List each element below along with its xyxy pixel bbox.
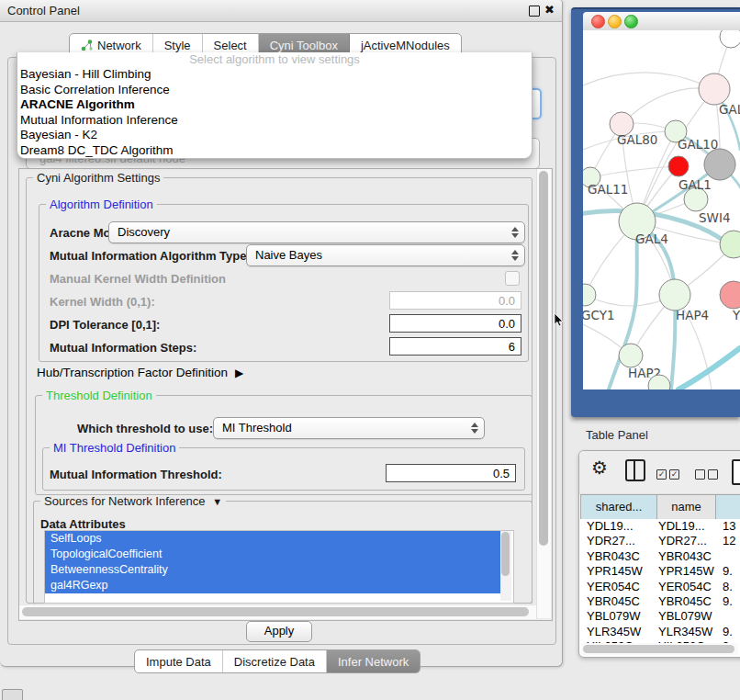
threshold-definition-title: Threshold Definition — [42, 390, 156, 401]
table-cell: YBL079W — [580, 609, 658, 624]
data-attributes-list[interactable]: SelfLoopsTopologicalCoefficientBetweenne… — [44, 530, 514, 604]
traffic-close-icon[interactable] — [591, 15, 605, 28]
vertical-scrollbar-thumb[interactable] — [539, 171, 548, 546]
aracne-mode-combo[interactable]: Discovery — [108, 221, 525, 243]
algorithm-list-item[interactable]: ARACNE Algorithm — [17, 97, 532, 113]
traffic-zoom-icon[interactable] — [624, 15, 638, 28]
network-node[interactable] — [704, 149, 735, 180]
algorithm-list-item[interactable]: Basic Correlation Inference — [17, 83, 532, 98]
horizontal-scrollbar-thumb[interactable] — [22, 607, 529, 616]
attributes-list-scrollbar[interactable] — [500, 531, 511, 601]
algorithm-list-item[interactable]: Bayesian - K2 — [17, 128, 532, 143]
tab-label: Cyni Toolbox — [270, 39, 338, 52]
mi-threshold-field[interactable] — [386, 464, 516, 482]
sources-group-title[interactable]: Sources for Network Inference ▼ — [40, 495, 226, 508]
mi-type-combo[interactable]: Naive Bayes — [246, 244, 525, 266]
table-row[interactable]: YBR045CYBR045C9. — [580, 594, 740, 609]
which-threshold-label: Which threshold to use: — [77, 422, 213, 435]
attributes-scrollbar-thumb[interactable] — [501, 532, 510, 576]
algorithm-list-item[interactable]: Bayesian - Hill Climbing — [17, 67, 532, 83]
table-body: YDL19...YDL19...13YDR27...YDR27...12YBR0… — [580, 519, 740, 645]
mouse-cursor — [554, 313, 565, 328]
network-node-swi4[interactable] — [720, 231, 740, 258]
app-root: Control Panel ✖ NetworkStyleSelectCyni T… — [0, 0, 740, 700]
network-canvas[interactable]: GALGAL80GAL10GAL11GAL1SWI4GAL4GCY1HAP4YH… — [583, 30, 740, 390]
settings-vertical-scrollbar[interactable] — [536, 169, 551, 618]
kernel-width-label: Kernel Width (0,1): — [50, 295, 155, 309]
network-icon — [81, 39, 94, 51]
cyni-algorithm-settings-title: Cyni Algorithm Settings — [33, 172, 163, 184]
manual-kernel-label: Manual Kernel Width Definition — [50, 272, 226, 286]
network-node-hap2[interactable] — [619, 344, 643, 367]
tab-label: Select — [214, 39, 247, 52]
table-row[interactable]: YBL079WYBL079W — [580, 609, 740, 624]
table-cell: YBR045C — [580, 594, 658, 609]
attribute-item-selected[interactable]: gal4RGexp — [45, 578, 501, 593]
column-header-extra[interactable] — [716, 495, 740, 519]
network-node[interactable] — [720, 30, 740, 48]
table-scrollbar-thumb[interactable] — [583, 645, 734, 653]
node-label: GAL1 — [678, 177, 712, 192]
apply-button[interactable]: Apply — [246, 621, 312, 642]
algorithm-list-item[interactable]: Mutual Information Inference — [17, 113, 532, 129]
float-icon[interactable] — [529, 6, 540, 17]
node-label: SWI4 — [699, 210, 731, 225]
table-cell: YBR043C — [580, 549, 658, 564]
hub-definition-toggle[interactable]: Hub/Transcription Factor Definition▶ — [37, 366, 243, 379]
which-threshold-combo[interactable]: MI Threshold — [213, 417, 485, 439]
attribute-item-selected[interactable]: TopologicalCoefficient — [45, 547, 501, 562]
network-node-gal[interactable] — [699, 73, 730, 105]
network-node-hap4[interactable] — [659, 279, 690, 310]
tab-discretize-data[interactable]: Discretize Data — [223, 650, 327, 672]
mi-steps-field[interactable] — [389, 337, 521, 356]
table-row[interactable]: YDR27...YDR27...12 — [580, 534, 740, 548]
algorithm-list: Bayesian - Hill ClimbingBasic Correlatio… — [17, 67, 532, 158]
column-layout-icon[interactable] — [625, 459, 645, 481]
table-row[interactable]: YDL19...YDL19...13 — [580, 519, 740, 534]
table-cell: YLR345W — [580, 625, 658, 639]
apply-button-label: Apply — [264, 624, 295, 638]
attribute-item-selected[interactable]: BetweennessCentrality — [45, 562, 501, 578]
which-threshold-value: MI Threshold — [222, 421, 292, 435]
table-row[interactable]: YER054CYER054C8. — [580, 580, 740, 594]
kernel-width-field[interactable] — [389, 291, 521, 310]
network-node-y[interactable] — [720, 281, 740, 309]
aracne-mode-value: Discovery — [118, 225, 170, 239]
table-cell: YDL19... — [658, 519, 723, 534]
mi-threshold-label: Mutual Information Threshold: — [50, 468, 222, 481]
algorithm-list-item[interactable]: Dream8 DC_TDC Algorithm — [17, 143, 532, 159]
select-all-checked-icon[interactable]: ✓✓ — [656, 469, 679, 480]
tab-label: Discretize Data — [234, 655, 315, 669]
dpi-tolerance-label: DPI Tolerance [0,1]: — [50, 318, 160, 332]
table-row[interactable]: YBR043CYBR043C — [580, 549, 740, 564]
combo-arrows-icon — [510, 226, 519, 239]
tab-infer-network[interactable]: Infer Network — [327, 650, 420, 672]
column-header-shared[interactable]: shared... — [580, 495, 657, 519]
table-cell: YDR27... — [658, 534, 723, 548]
select-all-unchecked-icon[interactable] — [695, 469, 718, 480]
node-label: GAL80 — [617, 132, 657, 147]
mi-threshold-group-title: MI Threshold Definition — [50, 442, 179, 454]
manual-kernel-checkbox[interactable] — [505, 271, 520, 286]
network-titlebar — [583, 12, 740, 31]
column-header-name[interactable]: name — [657, 495, 716, 519]
node-label: GCY1 — [583, 308, 615, 322]
settings-gear-icon[interactable]: ⚙ — [591, 457, 608, 479]
document-icon[interactable] — [732, 459, 740, 485]
bottom-tabbar: Impute DataDiscretize DataInfer Network — [134, 649, 420, 673]
table-cell: 9. — [723, 564, 740, 579]
tab-label: Infer Network — [338, 655, 409, 669]
collapsed-panel-icon[interactable] — [2, 689, 23, 700]
attribute-item-selected[interactable]: SelfLoops — [45, 531, 501, 547]
close-icon[interactable]: ✖ — [544, 3, 555, 17]
settings-horizontal-scrollbar[interactable] — [19, 604, 536, 619]
traffic-minimize-icon[interactable] — [608, 15, 622, 28]
tab-label: Impute Data — [146, 655, 211, 669]
table-row[interactable]: YPR145WYPR145W9. — [580, 564, 740, 579]
network-node[interactable] — [668, 156, 689, 176]
tab-impute-data[interactable]: Impute Data — [135, 650, 223, 672]
table-toolbar: ⚙ ✓✓ — [579, 451, 740, 494]
network-node-gcy1[interactable] — [583, 284, 596, 306]
table-row[interactable]: YLR345WYLR345W9. — [580, 625, 740, 639]
dpi-tolerance-field[interactable] — [389, 314, 521, 333]
